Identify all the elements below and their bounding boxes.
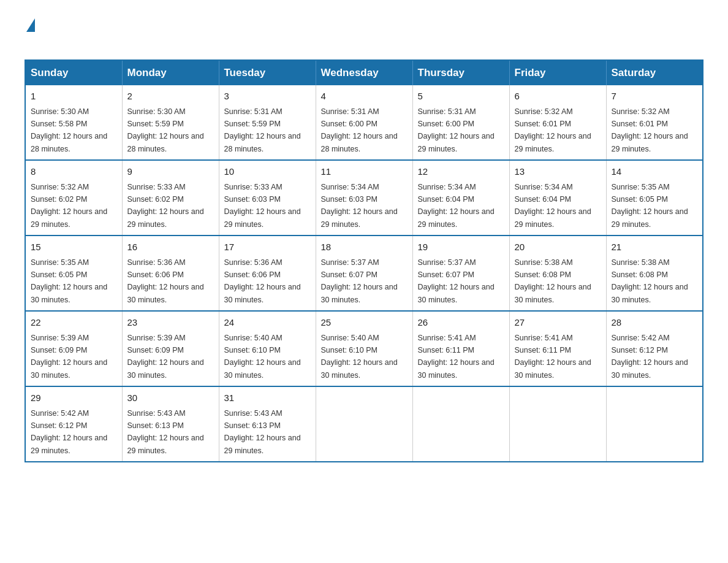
calendar-cell: 20Sunrise: 5:38 AMSunset: 6:08 PMDayligh… [509,236,606,311]
day-number: 23 [127,316,214,330]
calendar-cell: 7Sunrise: 5:32 AMSunset: 6:01 PMDaylight… [606,85,703,160]
day-info: Sunrise: 5:38 AMSunset: 6:08 PMDaylight:… [515,258,591,304]
calendar-week-row: 29Sunrise: 5:42 AMSunset: 6:12 PMDayligh… [25,386,703,462]
calendar-cell: 8Sunrise: 5:32 AMSunset: 6:02 PMDaylight… [25,160,122,236]
day-number: 12 [418,165,504,179]
logo: General [25,18,85,47]
day-number: 30 [127,391,214,405]
day-info: Sunrise: 5:43 AMSunset: 6:13 PMDaylight:… [127,409,204,455]
day-info: Sunrise: 5:34 AMSunset: 6:03 PMDaylight:… [321,183,398,229]
day-info: Sunrise: 5:37 AMSunset: 6:07 PMDaylight:… [321,258,398,304]
day-number: 27 [515,316,601,330]
day-number: 4 [321,90,408,104]
day-number: 1 [31,90,117,104]
calendar-cell [606,386,703,462]
day-info: Sunrise: 5:35 AMSunset: 6:05 PMDaylight:… [31,258,107,304]
calendar-cell: 3Sunrise: 5:31 AMSunset: 5:59 PMDaylight… [219,85,316,160]
day-number: 7 [612,90,698,104]
calendar-cell: 13Sunrise: 5:34 AMSunset: 6:04 PMDayligh… [509,160,606,236]
day-info: Sunrise: 5:35 AMSunset: 6:05 PMDaylight:… [612,183,688,229]
calendar-cell: 12Sunrise: 5:34 AMSunset: 6:04 PMDayligh… [412,160,509,236]
calendar-cell: 19Sunrise: 5:37 AMSunset: 6:07 PMDayligh… [412,236,509,311]
calendar-week-row: 8Sunrise: 5:32 AMSunset: 6:02 PMDaylight… [25,160,703,236]
day-info: Sunrise: 5:39 AMSunset: 6:09 PMDaylight:… [31,334,107,380]
day-header-sunday: Sunday [25,60,122,85]
day-info: Sunrise: 5:41 AMSunset: 6:11 PMDaylight:… [515,334,591,380]
day-number: 2 [127,90,214,104]
day-header-wednesday: Wednesday [316,60,412,85]
header: General [25,18,703,47]
calendar-cell [509,386,606,462]
calendar-cell: 26Sunrise: 5:41 AMSunset: 6:11 PMDayligh… [412,311,509,386]
day-number: 19 [418,240,504,255]
day-number: 28 [612,316,698,330]
day-number: 3 [224,90,311,104]
calendar-cell: 14Sunrise: 5:35 AMSunset: 6:05 PMDayligh… [606,160,703,236]
day-header-thursday: Thursday [412,60,509,85]
day-info: Sunrise: 5:30 AMSunset: 5:58 PMDaylight:… [31,107,107,153]
day-info: Sunrise: 5:30 AMSunset: 5:59 PMDaylight:… [127,107,204,153]
calendar-cell: 28Sunrise: 5:42 AMSunset: 6:12 PMDayligh… [606,311,703,386]
day-header-tuesday: Tuesday [219,60,316,85]
day-number: 20 [515,240,601,255]
day-number: 29 [31,391,117,405]
day-header-saturday: Saturday [606,60,703,85]
day-number: 18 [321,240,408,255]
calendar-table: SundayMondayTuesdayWednesdayThursdayFrid… [25,59,703,462]
day-info: Sunrise: 5:32 AMSunset: 6:01 PMDaylight:… [612,107,688,153]
calendar-week-row: 15Sunrise: 5:35 AMSunset: 6:05 PMDayligh… [25,236,703,311]
calendar-cell: 23Sunrise: 5:39 AMSunset: 6:09 PMDayligh… [122,311,219,386]
calendar-cell: 25Sunrise: 5:40 AMSunset: 6:10 PMDayligh… [316,311,412,386]
calendar-cell [412,386,509,462]
calendar-week-row: 22Sunrise: 5:39 AMSunset: 6:09 PMDayligh… [25,311,703,386]
calendar-cell: 4Sunrise: 5:31 AMSunset: 6:00 PMDaylight… [316,85,412,160]
calendar-cell: 22Sunrise: 5:39 AMSunset: 6:09 PMDayligh… [25,311,122,386]
calendar-cell: 10Sunrise: 5:33 AMSunset: 6:03 PMDayligh… [219,160,316,236]
day-number: 16 [127,240,214,255]
day-info: Sunrise: 5:42 AMSunset: 6:12 PMDaylight:… [31,409,107,455]
day-info: Sunrise: 5:33 AMSunset: 6:03 PMDaylight:… [224,183,301,229]
day-number: 10 [224,165,311,179]
day-info: Sunrise: 5:39 AMSunset: 6:09 PMDaylight:… [127,334,204,380]
calendar-cell: 30Sunrise: 5:43 AMSunset: 6:13 PMDayligh… [122,386,219,462]
day-info: Sunrise: 5:31 AMSunset: 6:00 PMDaylight:… [321,107,398,153]
day-number: 6 [515,90,601,104]
calendar-cell: 18Sunrise: 5:37 AMSunset: 6:07 PMDayligh… [316,236,412,311]
day-info: Sunrise: 5:40 AMSunset: 6:10 PMDaylight:… [224,334,301,380]
day-number: 11 [321,165,408,179]
calendar-cell [316,386,412,462]
calendar-cell: 5Sunrise: 5:31 AMSunset: 6:00 PMDaylight… [412,85,509,160]
calendar-cell: 24Sunrise: 5:40 AMSunset: 6:10 PMDayligh… [219,311,316,386]
day-number: 15 [31,240,117,255]
calendar-cell: 6Sunrise: 5:32 AMSunset: 6:01 PMDaylight… [509,85,606,160]
day-info: Sunrise: 5:32 AMSunset: 6:02 PMDaylight:… [31,183,107,229]
day-info: Sunrise: 5:41 AMSunset: 6:11 PMDaylight:… [418,334,495,380]
day-info: Sunrise: 5:34 AMSunset: 6:04 PMDaylight:… [515,183,591,229]
calendar-cell: 2Sunrise: 5:30 AMSunset: 5:59 PMDaylight… [122,85,219,160]
calendar-cell: 15Sunrise: 5:35 AMSunset: 6:05 PMDayligh… [25,236,122,311]
day-number: 17 [224,240,311,255]
day-info: Sunrise: 5:31 AMSunset: 6:00 PMDaylight:… [418,107,495,153]
day-number: 24 [224,316,311,330]
day-number: 31 [224,391,311,405]
day-info: Sunrise: 5:34 AMSunset: 6:04 PMDaylight:… [418,183,495,229]
day-number: 9 [127,165,214,179]
day-info: Sunrise: 5:37 AMSunset: 6:07 PMDaylight:… [418,258,495,304]
day-info: Sunrise: 5:36 AMSunset: 6:06 PMDaylight:… [224,258,301,304]
day-number: 26 [418,316,504,330]
calendar-cell: 29Sunrise: 5:42 AMSunset: 6:12 PMDayligh… [25,386,122,462]
day-header-monday: Monday [122,60,219,85]
day-info: Sunrise: 5:42 AMSunset: 6:12 PMDaylight:… [612,334,688,380]
calendar-cell: 27Sunrise: 5:41 AMSunset: 6:11 PMDayligh… [509,311,606,386]
calendar-cell: 31Sunrise: 5:43 AMSunset: 6:13 PMDayligh… [219,386,316,462]
calendar-header-row: SundayMondayTuesdayWednesdayThursdayFrid… [25,60,703,85]
day-number: 25 [321,316,408,330]
day-info: Sunrise: 5:36 AMSunset: 6:06 PMDaylight:… [127,258,204,304]
calendar-cell: 9Sunrise: 5:33 AMSunset: 6:02 PMDaylight… [122,160,219,236]
day-number: 8 [31,165,117,179]
calendar-cell: 11Sunrise: 5:34 AMSunset: 6:03 PMDayligh… [316,160,412,236]
day-number: 22 [31,316,117,330]
day-info: Sunrise: 5:32 AMSunset: 6:01 PMDaylight:… [515,107,591,153]
day-number: 14 [612,165,698,179]
day-info: Sunrise: 5:38 AMSunset: 6:08 PMDaylight:… [612,258,688,304]
